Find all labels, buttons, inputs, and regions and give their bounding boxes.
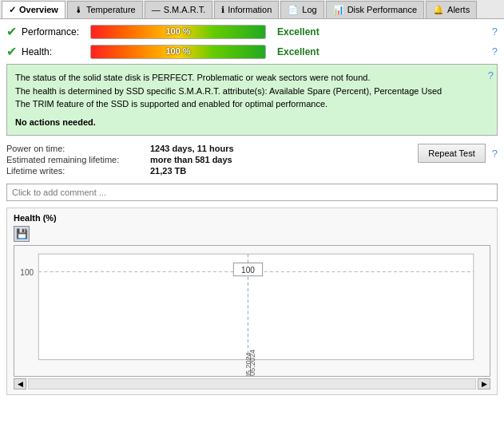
tab-smart[interactable]: — S.M.A.R.T. (145, 1, 213, 18)
health-result: Excellent (277, 46, 333, 57)
performance-progress-bar: 100 % (90, 25, 266, 39)
tab-smart-label: S.M.A.R.T. (164, 5, 206, 14)
chart-title: Health (%) (14, 213, 490, 223)
tab-bar: ✓ Overview 🌡 Temperature — S.M.A.R.T. ℹ … (0, 0, 504, 19)
info-section: Power on time: 1243 days, 11 hours Estim… (6, 144, 498, 177)
performance-progress-text: 100 % (91, 26, 265, 36)
log-icon: 📄 (288, 5, 299, 15)
tab-disk-performance[interactable]: 📊 Disk Performance (326, 1, 424, 18)
lifetime-row: Estimated remaining lifetime: more than … (6, 155, 402, 164)
performance-row: ✔ Performance: 100 % Excellent ? (6, 24, 498, 39)
lifetime-value: more than 581 days (150, 155, 232, 164)
tab-overview[interactable]: ✓ Overview (2, 1, 65, 18)
repeat-test-help-icon[interactable]: ? (492, 148, 498, 160)
tab-alerts[interactable]: 🔔 Alerts (426, 1, 477, 18)
scrollbar-area: ◀ ▶ (14, 378, 490, 389)
writes-value: 21,23 TB (150, 166, 186, 176)
health-progress-text: 100 % (91, 46, 265, 56)
writes-label: Lifetime writes: (6, 166, 150, 176)
tab-temperature-label: Temperature (86, 5, 136, 14)
main-content: ✔ Performance: 100 % Excellent ? ✔ Healt… (0, 19, 504, 431)
health-help-icon[interactable]: ? (492, 45, 498, 57)
tab-information[interactable]: ℹ Information (214, 1, 279, 18)
performance-check-icon: ✔ (6, 24, 17, 39)
chart-save-button[interactable]: 💾 (14, 226, 30, 242)
chart-area: 100 100 25.05.2024 25.05.2024 (14, 245, 490, 377)
disk-perf-icon: 📊 (333, 5, 344, 15)
performance-result: Excellent (277, 26, 333, 38)
smart-icon: — (152, 5, 161, 14)
svg-text:100: 100 (241, 266, 255, 275)
status-line3: The TRIM feature of the SSD is supported… (15, 97, 489, 111)
info-table: Power on time: 1243 days, 11 hours Estim… (6, 144, 402, 177)
health-row: ✔ Health: 100 % Excellent ? (6, 44, 498, 59)
tab-overview-label: Overview (19, 5, 58, 14)
status-bold: No actions needed. (15, 116, 489, 129)
save-icon: 💾 (16, 228, 28, 239)
scroll-left-button[interactable]: ◀ (14, 378, 26, 389)
status-line2: The health is determined by SSD specific… (15, 85, 489, 98)
info-icon: ℹ (221, 5, 224, 15)
scroll-right-button[interactable]: ▶ (478, 378, 490, 389)
chart-toolbar: 💾 (14, 226, 490, 242)
alerts-icon: 🔔 (433, 5, 444, 15)
tab-log[interactable]: 📄 Log (280, 1, 323, 18)
temperature-icon: 🌡 (74, 5, 83, 14)
health-label: Health: (22, 46, 85, 57)
performance-label: Performance: (22, 26, 85, 38)
health-progress-bar: 100 % (90, 45, 266, 59)
status-help-icon[interactable]: ? (488, 68, 494, 84)
chart-x-label: 25.05.2024 (244, 352, 252, 377)
tab-alerts-label: Alerts (447, 5, 470, 14)
chart-section: Health (%) 💾 100 100 (6, 208, 498, 395)
repeat-test-container: Repeat Test ? (418, 144, 498, 163)
status-line1: The status of the solid state disk is PE… (15, 71, 489, 85)
svg-text:100: 100 (20, 268, 34, 277)
repeat-test-button[interactable]: Repeat Test (418, 144, 486, 163)
power-on-row: Power on time: 1243 days, 11 hours (6, 144, 402, 153)
tab-information-label: Information (228, 5, 272, 14)
left-arrow-icon: ◀ (18, 380, 23, 388)
health-check-icon: ✔ (6, 44, 17, 59)
performance-help-icon[interactable]: ? (492, 26, 498, 38)
tab-disk-performance-label: Disk Performance (347, 5, 417, 14)
comment-input[interactable] (6, 184, 498, 201)
status-box: ? The status of the solid state disk is … (6, 64, 498, 136)
right-arrow-icon: ▶ (482, 380, 487, 388)
power-on-label: Power on time: (6, 144, 150, 153)
lifetime-label: Estimated remaining lifetime: (6, 155, 150, 164)
tab-temperature[interactable]: 🌡 Temperature (67, 1, 143, 18)
power-on-value: 1243 days, 11 hours (150, 144, 234, 153)
tab-log-label: Log (302, 5, 316, 14)
overview-icon: ✓ (9, 5, 16, 15)
writes-row: Lifetime writes: 21,23 TB (6, 166, 402, 176)
scroll-track[interactable] (28, 378, 476, 389)
